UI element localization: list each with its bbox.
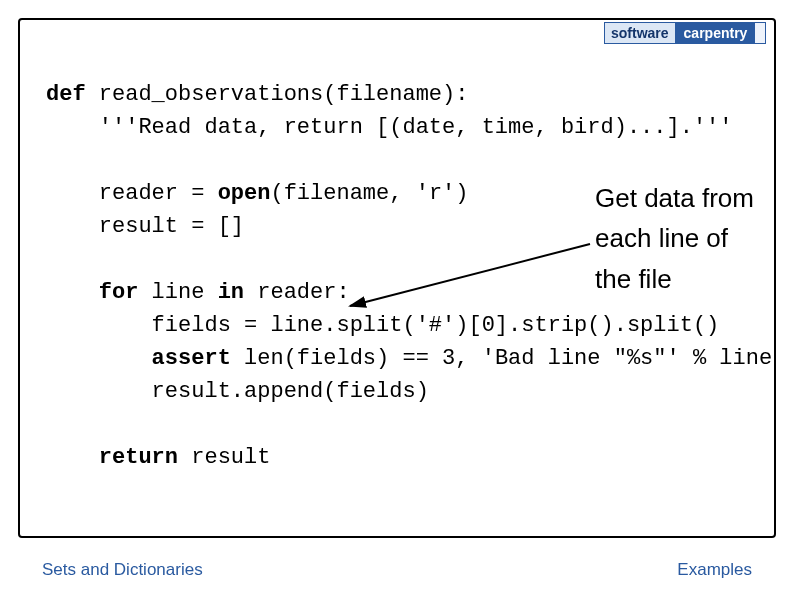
annotation-line-2: each line of [595, 218, 754, 258]
code-line-2: '''Read data, return [(date, time, bird)… [46, 115, 733, 140]
code-line-8: result.append(fields) [46, 379, 429, 404]
kw-in: in [218, 280, 244, 305]
code-line-4: result = [] [46, 214, 244, 239]
kw-return: return [46, 445, 178, 470]
annotation: Get data from each line of the file [595, 178, 754, 299]
code-line-9b: result [178, 445, 270, 470]
footer-right: Examples [677, 560, 752, 580]
annotation-line-3: the file [595, 259, 754, 299]
kw-for: for [46, 280, 138, 305]
code-line-3a: reader = [46, 181, 218, 206]
logo-software: software [605, 23, 676, 43]
code-line-1: read_observations(filename): [86, 82, 469, 107]
footer-left: Sets and Dictionaries [42, 560, 203, 580]
code-line-6: fields = line.split('#')[0].strip().spli… [46, 313, 719, 338]
kw-open: open [218, 181, 271, 206]
logo: software carpentry [604, 22, 766, 44]
kw-def: def [46, 82, 86, 107]
code-line-7b: len(fields) == 3, 'Bad line "%s"' % line [231, 346, 772, 371]
code-line-3c: (filename, 'r') [270, 181, 468, 206]
logo-carpentry: carpentry [676, 23, 756, 43]
annotation-line-1: Get data from [595, 178, 754, 218]
code-line-5b: line [138, 280, 217, 305]
code-line-5d: reader: [244, 280, 350, 305]
kw-assert: assert [46, 346, 231, 371]
